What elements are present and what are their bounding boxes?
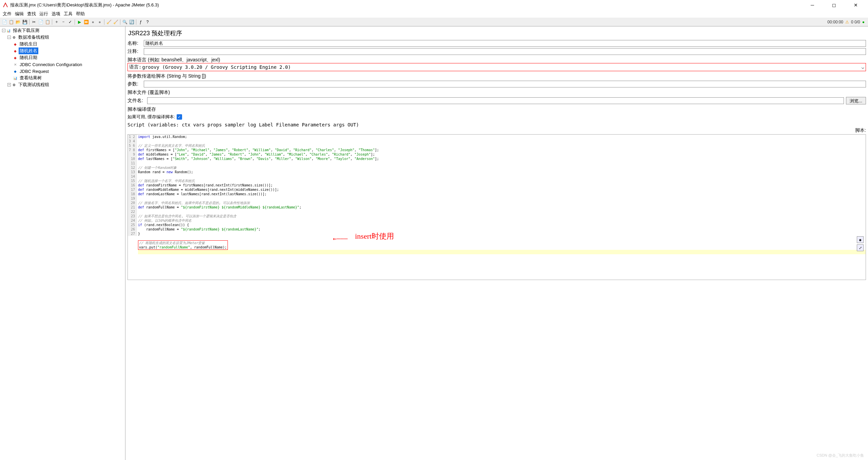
tree-root[interactable]: − 📊 报表下载压测	[0, 27, 125, 34]
paste-icon[interactable]: 📋	[44, 19, 51, 25]
cache-label: 如果可用, 缓存编译脚本:	[127, 114, 175, 120]
tree-item-date[interactable]: ◆ 随机日期	[0, 54, 125, 61]
menu-bar: 文件 编辑 查找 运行 选项 工具 帮助	[0, 10, 868, 18]
toolbar: 📄 📋 📂 💾 ✂ 📄 📋 ＋ － ✓ ▶ ⏩ ● ● 🧹 🧹 🔍 🔄 ƒ ? …	[0, 18, 868, 26]
watermark: CSDN @会_飞的大鱼吃小鱼	[816, 453, 864, 458]
help-icon[interactable]: ?	[144, 19, 151, 25]
window-titlebar: 报表压测.jmx (C:\Users\黄亮\Desktop\报表压测.jmx) …	[0, 0, 868, 10]
maximize-button[interactable]: ◻	[827, 2, 841, 8]
side-btn-2[interactable]: ⤢	[857, 244, 864, 251]
copy-icon[interactable]: 📄	[38, 19, 44, 25]
app-icon	[3, 2, 8, 8]
tree-item-jdbc-config[interactable]: ✕ JDBC Connection Configuration	[0, 61, 125, 68]
status-indicator-icon: ●	[862, 20, 865, 24]
elapsed-time: 00:00:00	[827, 20, 843, 24]
window-title: 报表压测.jmx (C:\Users\黄亮\Desktop\报表压测.jmx) …	[10, 2, 806, 8]
params-input[interactable]	[144, 81, 866, 87]
name-input[interactable]	[144, 40, 866, 47]
menu-edit[interactable]: 编辑	[14, 10, 25, 18]
line-gutter: 1 2 3 4 5 6 7 8 9 10 11 12 13 14 15 16 1…	[128, 135, 137, 236]
language-value: groovy (Groovy 3.0.20 / Groovy Scripting…	[142, 64, 291, 70]
file-header: 脚本文件 (覆盖脚本)	[127, 89, 866, 96]
dropdown-icon[interactable]: ⌵	[862, 64, 864, 70]
browse-button[interactable]: 浏览...	[846, 97, 866, 104]
script-lang-header: 脚本语言 (例如: beanshell、javascript、jexl)	[127, 57, 866, 63]
file-input[interactable]	[147, 97, 844, 104]
menu-run[interactable]: 运行	[38, 10, 50, 18]
shutdown-icon[interactable]: ●	[97, 19, 103, 25]
warning-icon: ⚠	[845, 20, 849, 24]
preprocessor-icon: ◆	[13, 55, 18, 60]
expand-icon[interactable]: ＋	[54, 19, 60, 25]
tree-item-results[interactable]: 📊 查看结果树	[0, 75, 125, 81]
cache-checkbox[interactable]: ✓	[177, 114, 182, 120]
comment-label: 注释:	[127, 48, 144, 55]
test-plan-tree[interactable]: − 📊 报表下载压测 − ⚙ 数据准备线程组 ◆ 随机生日 ◆ 随机姓名 ◆ 随…	[0, 26, 125, 460]
language-selector[interactable]: 语言: groovy (Groovy 3.0.20 / Groovy Scrip…	[127, 63, 866, 71]
name-label: 名称:	[127, 40, 144, 46]
thread-counts: 0 0/0	[851, 20, 860, 24]
cut-icon[interactable]: ✂	[31, 19, 37, 25]
collapse-icon[interactable]: −	[7, 36, 11, 39]
toggle-icon[interactable]: ✓	[67, 19, 73, 25]
menu-help[interactable]: 帮助	[75, 10, 86, 18]
collapse-icon[interactable]: －	[60, 19, 66, 25]
listener-icon: 📊	[13, 76, 18, 80]
config-icon: ✕	[13, 62, 18, 67]
testplan-icon: 📊	[6, 28, 11, 33]
save-icon[interactable]: 💾	[22, 19, 28, 25]
sampler-icon: ◆	[13, 69, 18, 74]
minimize-button[interactable]: ─	[806, 2, 819, 8]
side-btn-1[interactable]: ◉	[857, 236, 864, 243]
threadgroup-icon: ⚙	[12, 35, 16, 40]
tree-item-jdbc-request[interactable]: ◆ JDBC Request	[0, 68, 125, 75]
expand-icon[interactable]: +	[7, 83, 11, 86]
tree-threadgroup-2[interactable]: + ⚙ 下载测试线程组	[0, 81, 125, 88]
file-label: 文件名:	[127, 98, 147, 104]
open-icon[interactable]: 📂	[15, 19, 21, 25]
start-icon[interactable]: ▶	[76, 19, 82, 25]
annotation-text: insert时使用	[355, 231, 394, 241]
function-helper-icon[interactable]: ƒ	[138, 19, 144, 25]
menu-tools[interactable]: 工具	[62, 10, 74, 18]
tree-item-birthday[interactable]: ◆ 随机生日	[0, 41, 125, 47]
clear-all-icon[interactable]: 🧹	[113, 19, 119, 25]
menu-options[interactable]: 选项	[50, 10, 62, 18]
menu-search[interactable]: 查找	[26, 10, 37, 18]
params-label: 参数:	[127, 81, 144, 87]
search-icon[interactable]: 🔍	[122, 19, 128, 25]
args-header: 将参数传递给脚本 (String 与 String [])	[127, 73, 866, 79]
comment-input[interactable]	[144, 48, 866, 55]
preprocessor-icon: ◆	[13, 48, 18, 53]
templates-icon[interactable]: 📋	[8, 19, 14, 25]
threadgroup-icon: ⚙	[12, 82, 16, 87]
start-notimers-icon[interactable]: ⏩	[83, 19, 89, 25]
script-label: 脚本:	[127, 127, 866, 134]
clear-icon[interactable]: 🧹	[106, 19, 112, 25]
tree-item-name[interactable]: ◆ 随机姓名	[0, 47, 125, 54]
panel-title: JSR223 预处理程序	[127, 28, 866, 39]
script-vars-header: Script (variables: ctx vars props sample…	[127, 122, 866, 127]
close-button[interactable]: ✕	[849, 2, 863, 8]
reset-search-icon[interactable]: 🔄	[129, 19, 135, 25]
collapse-icon[interactable]: −	[2, 29, 5, 32]
menu-file[interactable]: 文件	[1, 10, 13, 18]
preprocessor-icon: ◆	[13, 42, 18, 46]
stop-icon[interactable]: ●	[90, 19, 96, 25]
cache-header: 脚本编译缓存	[127, 106, 866, 113]
new-icon[interactable]: 📄	[1, 19, 7, 25]
tree-threadgroup-1[interactable]: − ⚙ 数据准备线程组	[0, 34, 125, 41]
script-editor[interactable]: 1 2 3 4 5 6 7 8 9 10 11 12 13 14 15 16 1…	[127, 134, 866, 280]
annotation-arrow: ←———	[333, 235, 348, 242]
editor-panel: JSR223 预处理程序 名称: 注释: 脚本语言 (例如: beanshell…	[125, 26, 868, 460]
